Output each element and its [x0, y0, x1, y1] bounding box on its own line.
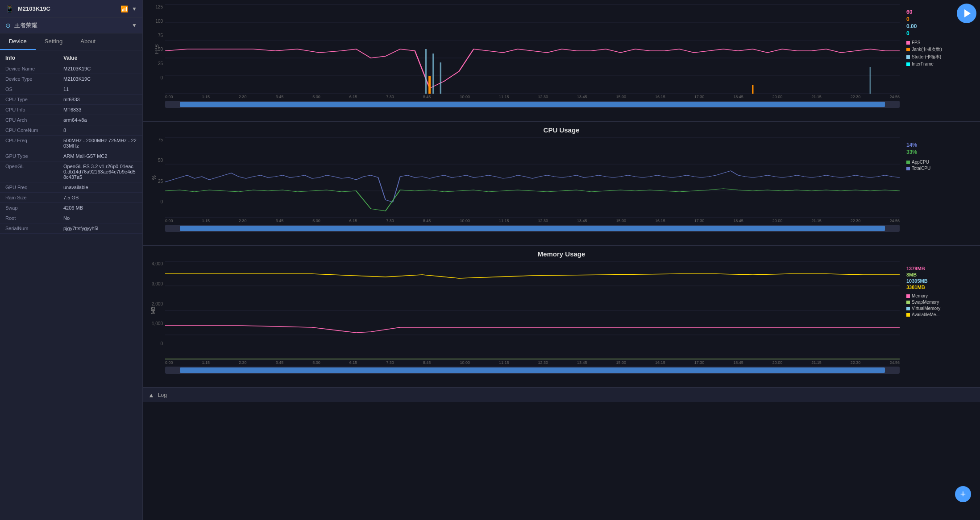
info-table: Info Value Device Name M2103K19C Device … [0, 50, 142, 520]
info-row-label: CPU CoreNum [5, 128, 63, 133]
memory-y-label: MB [150, 307, 156, 314]
info-row: OS 11 [0, 84, 142, 95]
play-button[interactable] [957, 4, 976, 23]
info-row-value: No [63, 215, 137, 221]
fps-legend-dot [906, 41, 910, 45]
info-row: CPU Freq 500MHz - 2000MHz 725MHz - 2203M… [0, 136, 142, 151]
cpu-legend: 14% 33% AppCPU TotalCPU [906, 142, 980, 171]
info-row: Device Type M2103K19C [0, 74, 142, 84]
info-row-label: Swap [5, 205, 63, 210]
cpu-y-label: % [151, 175, 157, 180]
info-row: Root No [0, 213, 142, 223]
info-row-value: 4206 MB [63, 205, 137, 210]
info-row-label: Device Name [5, 66, 63, 71]
fps-chart-area [165, 4, 900, 94]
info-row-value: unavailable [63, 185, 137, 190]
device-dropdown-arrow[interactable]: ▼ [132, 6, 137, 12]
info-row: GPU Freq unavailable [0, 182, 142, 193]
info-row-label: CPU Arch [5, 117, 63, 123]
cpu-scrollbar-thumb[interactable] [180, 226, 885, 231]
info-row-value: M2103K19C [63, 66, 137, 71]
memory-x-axis: 0:00 1:15 2:30 3:45 5:00 6:15 7:30 8:45 … [165, 359, 900, 365]
device-name: M2103K19C [18, 5, 117, 12]
info-row-value: 8 [63, 128, 137, 133]
info-row-label: Device Type [5, 76, 63, 82]
fps-scrollbar-thumb[interactable] [180, 102, 885, 107]
fps-svg [165, 4, 900, 94]
info-row: OpenGL OpenGL ES 3.2 v1.r26p0-01eac0.db1… [0, 161, 142, 182]
info-row: Ram Size 7.5 GB [0, 193, 142, 203]
info-row-value: pjgy7ttsfygyyh5l [63, 226, 137, 231]
info-row-label: OS [5, 87, 63, 92]
cpu-chart-area [165, 137, 900, 218]
cpu-scrollbar[interactable] [165, 225, 900, 232]
info-row-label: CPU Info [5, 107, 63, 112]
app-bar: ⊙ 王者荣耀 ▼ [0, 18, 142, 33]
device-icon: 📱 [5, 4, 14, 13]
col-value-header: Value [63, 55, 137, 61]
info-row: SerialNum pjgy7ttsfygyyh5l [0, 223, 142, 234]
info-row-value: arm64-v8a [63, 117, 137, 123]
bottom-bar: ▲ Log [143, 388, 980, 402]
device-bar: 📱 M2103K19C 📶 ▼ [0, 0, 142, 18]
cpu-x-axis: 0:00 1:15 2:30 3:45 5:00 6:15 7:30 8:45 … [165, 218, 900, 223]
wifi-icon: 📶 [120, 5, 128, 12]
info-row-label: SerialNum [5, 226, 63, 231]
info-row: GPU Type ARM Mali-G57 MC2 [0, 151, 142, 161]
info-row-value: MT6833 [63, 107, 137, 112]
info-row-label: CPU Type [5, 97, 63, 102]
cpu-chart-section: CPU Usage 75 50 25 0 % [143, 122, 980, 246]
fps-y-ticks: 125 100 75 50 25 0 [143, 4, 165, 80]
expand-button[interactable]: ▲ [148, 392, 154, 399]
memory-chart-section: Memory Usage 4,000 3,000 2,000 1,000 0 M… [143, 246, 980, 388]
info-row: Device Name M2103K19C [0, 64, 142, 74]
info-table-header: Info Value [0, 52, 142, 64]
info-row-value: 500MHz - 2000MHz 725MHz - 2203MHz [63, 138, 137, 149]
memory-scrollbar[interactable] [165, 367, 900, 374]
tab-setting[interactable]: Setting [36, 33, 71, 50]
cpu-chart-title: CPU Usage [143, 126, 980, 134]
info-row-label: GPU Freq [5, 185, 63, 190]
info-row-value: 7.5 GB [63, 195, 137, 200]
memory-chart-area [165, 261, 900, 359]
info-row-label: OpenGL [5, 164, 63, 169]
memory-legend: 1379MB 8MB 10305MB 3381MB Memory SwapMem… [906, 266, 980, 317]
app-icon: ⊙ [5, 22, 11, 29]
info-row-label: Root [5, 215, 63, 221]
left-panel: 📱 M2103K19C 📶 ▼ ⊙ 王者荣耀 ▼ Device Setting … [0, 0, 143, 520]
info-row-value: OpenGL ES 3.2 v1.r26p0-01eac0.db14d76a92… [63, 164, 137, 180]
info-row: Swap 4206 MB [0, 203, 142, 213]
app-name: 王者荣耀 [14, 21, 128, 29]
right-panel[interactable]: 125 100 75 50 25 0 FPS [143, 0, 980, 520]
fps-chart-section: 125 100 75 50 25 0 FPS [143, 0, 980, 122]
memory-svg [165, 261, 900, 359]
fps-x-axis: 0:00 1:15 2:30 3:45 5:00 6:15 7:30 8:45 … [165, 94, 900, 99]
info-row: CPU Info MT6833 [0, 105, 142, 115]
info-row-label: Ram Size [5, 195, 63, 200]
info-row-value: ARM Mali-G57 MC2 [63, 153, 137, 159]
fab-button[interactable]: + [955, 486, 971, 502]
info-row-value: 11 [63, 87, 137, 92]
fps-scrollbar[interactable] [165, 101, 900, 108]
log-tab[interactable]: Log [158, 392, 167, 398]
info-row-label: CPU Freq [5, 138, 63, 143]
memory-scrollbar-thumb[interactable] [180, 367, 885, 373]
info-rows-container: Device Name M2103K19C Device Type M2103K… [0, 64, 142, 234]
info-row: CPU Type mt6833 [0, 95, 142, 105]
fps-y-label: FPS [154, 44, 159, 54]
tabs: Device Setting About [0, 33, 142, 50]
info-row: CPU CoreNum 8 [0, 125, 142, 136]
memory-chart-title: Memory Usage [143, 250, 980, 258]
info-row-value: mt6833 [63, 97, 137, 102]
tab-about[interactable]: About [71, 33, 104, 50]
cpu-svg [165, 137, 900, 218]
memory-y-ticks: 4,000 3,000 2,000 1,000 0 [143, 261, 165, 346]
info-row: CPU Arch arm64-v8a [0, 115, 142, 125]
info-row-value: M2103K19C [63, 76, 137, 82]
app-dropdown-arrow[interactable]: ▼ [132, 22, 137, 29]
info-row-label: GPU Type [5, 153, 63, 159]
cpu-y-ticks: 75 50 25 0 [143, 137, 165, 204]
tab-device[interactable]: Device [0, 33, 36, 50]
col-info-header: Info [5, 55, 63, 61]
